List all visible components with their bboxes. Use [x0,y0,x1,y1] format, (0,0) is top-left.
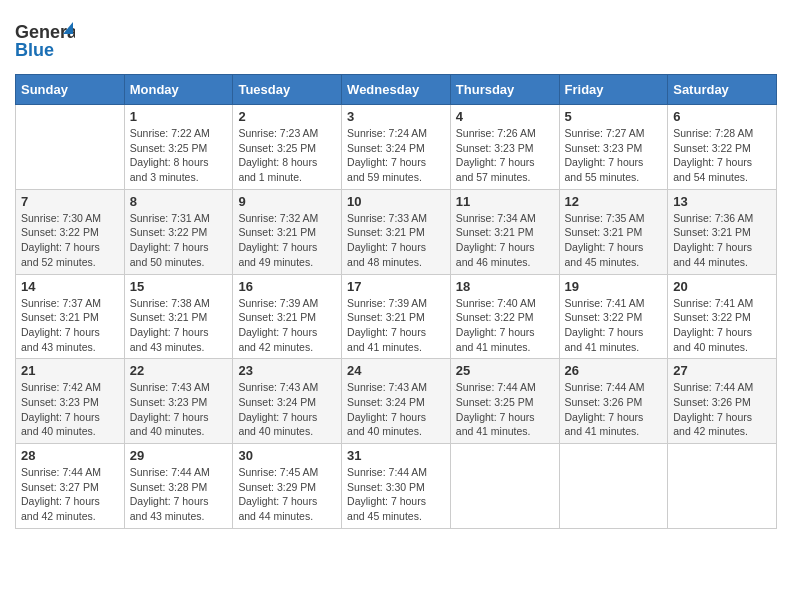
day-number: 18 [456,279,554,294]
calendar-cell: 13Sunrise: 7:36 AM Sunset: 3:21 PM Dayli… [668,189,777,274]
day-info: Sunrise: 7:22 AM Sunset: 3:25 PM Dayligh… [130,126,228,185]
day-info: Sunrise: 7:26 AM Sunset: 3:23 PM Dayligh… [456,126,554,185]
day-number: 10 [347,194,445,209]
logo-svg: General Blue [15,18,75,62]
day-number: 24 [347,363,445,378]
header-friday: Friday [559,75,668,105]
day-number: 12 [565,194,663,209]
calendar-cell: 16Sunrise: 7:39 AM Sunset: 3:21 PM Dayli… [233,274,342,359]
day-number: 5 [565,109,663,124]
calendar-cell: 12Sunrise: 7:35 AM Sunset: 3:21 PM Dayli… [559,189,668,274]
day-info: Sunrise: 7:28 AM Sunset: 3:22 PM Dayligh… [673,126,771,185]
day-info: Sunrise: 7:45 AM Sunset: 3:29 PM Dayligh… [238,465,336,524]
calendar-cell: 1Sunrise: 7:22 AM Sunset: 3:25 PM Daylig… [124,105,233,190]
day-info: Sunrise: 7:39 AM Sunset: 3:21 PM Dayligh… [238,296,336,355]
calendar-cell: 26Sunrise: 7:44 AM Sunset: 3:26 PM Dayli… [559,359,668,444]
calendar-cell: 8Sunrise: 7:31 AM Sunset: 3:22 PM Daylig… [124,189,233,274]
calendar-cell [16,105,125,190]
day-info: Sunrise: 7:44 AM Sunset: 3:27 PM Dayligh… [21,465,119,524]
calendar-cell: 10Sunrise: 7:33 AM Sunset: 3:21 PM Dayli… [342,189,451,274]
day-number: 20 [673,279,771,294]
day-number: 9 [238,194,336,209]
calendar-cell: 5Sunrise: 7:27 AM Sunset: 3:23 PM Daylig… [559,105,668,190]
day-number: 6 [673,109,771,124]
day-number: 27 [673,363,771,378]
calendar-cell: 21Sunrise: 7:42 AM Sunset: 3:23 PM Dayli… [16,359,125,444]
calendar-cell: 17Sunrise: 7:39 AM Sunset: 3:21 PM Dayli… [342,274,451,359]
calendar-cell: 23Sunrise: 7:43 AM Sunset: 3:24 PM Dayli… [233,359,342,444]
day-info: Sunrise: 7:33 AM Sunset: 3:21 PM Dayligh… [347,211,445,270]
calendar-cell: 6Sunrise: 7:28 AM Sunset: 3:22 PM Daylig… [668,105,777,190]
calendar-cell: 4Sunrise: 7:26 AM Sunset: 3:23 PM Daylig… [450,105,559,190]
calendar-cell: 2Sunrise: 7:23 AM Sunset: 3:25 PM Daylig… [233,105,342,190]
calendar-cell: 25Sunrise: 7:44 AM Sunset: 3:25 PM Dayli… [450,359,559,444]
calendar-cell: 9Sunrise: 7:32 AM Sunset: 3:21 PM Daylig… [233,189,342,274]
calendar-cell [559,444,668,529]
day-number: 13 [673,194,771,209]
calendar-week-row: 28Sunrise: 7:44 AM Sunset: 3:27 PM Dayli… [16,444,777,529]
calendar-cell: 20Sunrise: 7:41 AM Sunset: 3:22 PM Dayli… [668,274,777,359]
calendar-week-row: 21Sunrise: 7:42 AM Sunset: 3:23 PM Dayli… [16,359,777,444]
calendar-week-row: 14Sunrise: 7:37 AM Sunset: 3:21 PM Dayli… [16,274,777,359]
day-number: 8 [130,194,228,209]
day-info: Sunrise: 7:43 AM Sunset: 3:24 PM Dayligh… [238,380,336,439]
day-info: Sunrise: 7:44 AM Sunset: 3:28 PM Dayligh… [130,465,228,524]
day-info: Sunrise: 7:24 AM Sunset: 3:24 PM Dayligh… [347,126,445,185]
day-number: 30 [238,448,336,463]
calendar-week-row: 7Sunrise: 7:30 AM Sunset: 3:22 PM Daylig… [16,189,777,274]
logo: General Blue [15,18,75,66]
day-info: Sunrise: 7:44 AM Sunset: 3:25 PM Dayligh… [456,380,554,439]
day-info: Sunrise: 7:44 AM Sunset: 3:26 PM Dayligh… [565,380,663,439]
calendar-cell: 14Sunrise: 7:37 AM Sunset: 3:21 PM Dayli… [16,274,125,359]
day-info: Sunrise: 7:35 AM Sunset: 3:21 PM Dayligh… [565,211,663,270]
header-sunday: Sunday [16,75,125,105]
calendar-cell: 7Sunrise: 7:30 AM Sunset: 3:22 PM Daylig… [16,189,125,274]
day-number: 3 [347,109,445,124]
day-number: 7 [21,194,119,209]
header-saturday: Saturday [668,75,777,105]
day-info: Sunrise: 7:42 AM Sunset: 3:23 PM Dayligh… [21,380,119,439]
calendar-cell: 22Sunrise: 7:43 AM Sunset: 3:23 PM Dayli… [124,359,233,444]
header-wednesday: Wednesday [342,75,451,105]
day-info: Sunrise: 7:23 AM Sunset: 3:25 PM Dayligh… [238,126,336,185]
day-info: Sunrise: 7:39 AM Sunset: 3:21 PM Dayligh… [347,296,445,355]
calendar-cell: 27Sunrise: 7:44 AM Sunset: 3:26 PM Dayli… [668,359,777,444]
header-thursday: Thursday [450,75,559,105]
day-number: 15 [130,279,228,294]
calendar-cell: 19Sunrise: 7:41 AM Sunset: 3:22 PM Dayli… [559,274,668,359]
page-header: General Blue [15,10,777,66]
calendar-cell: 31Sunrise: 7:44 AM Sunset: 3:30 PM Dayli… [342,444,451,529]
day-info: Sunrise: 7:41 AM Sunset: 3:22 PM Dayligh… [565,296,663,355]
day-number: 29 [130,448,228,463]
calendar-cell: 11Sunrise: 7:34 AM Sunset: 3:21 PM Dayli… [450,189,559,274]
calendar-cell [668,444,777,529]
day-number: 26 [565,363,663,378]
calendar-cell: 15Sunrise: 7:38 AM Sunset: 3:21 PM Dayli… [124,274,233,359]
day-info: Sunrise: 7:37 AM Sunset: 3:21 PM Dayligh… [21,296,119,355]
day-info: Sunrise: 7:31 AM Sunset: 3:22 PM Dayligh… [130,211,228,270]
day-number: 19 [565,279,663,294]
day-info: Sunrise: 7:43 AM Sunset: 3:24 PM Dayligh… [347,380,445,439]
day-info: Sunrise: 7:40 AM Sunset: 3:22 PM Dayligh… [456,296,554,355]
calendar-cell [450,444,559,529]
calendar-cell: 18Sunrise: 7:40 AM Sunset: 3:22 PM Dayli… [450,274,559,359]
day-number: 16 [238,279,336,294]
day-number: 25 [456,363,554,378]
day-number: 31 [347,448,445,463]
day-info: Sunrise: 7:32 AM Sunset: 3:21 PM Dayligh… [238,211,336,270]
day-number: 11 [456,194,554,209]
day-info: Sunrise: 7:44 AM Sunset: 3:26 PM Dayligh… [673,380,771,439]
calendar-cell: 30Sunrise: 7:45 AM Sunset: 3:29 PM Dayli… [233,444,342,529]
day-info: Sunrise: 7:41 AM Sunset: 3:22 PM Dayligh… [673,296,771,355]
day-info: Sunrise: 7:43 AM Sunset: 3:23 PM Dayligh… [130,380,228,439]
calendar-header-row: SundayMondayTuesdayWednesdayThursdayFrid… [16,75,777,105]
calendar-cell: 29Sunrise: 7:44 AM Sunset: 3:28 PM Dayli… [124,444,233,529]
day-info: Sunrise: 7:30 AM Sunset: 3:22 PM Dayligh… [21,211,119,270]
calendar-week-row: 1Sunrise: 7:22 AM Sunset: 3:25 PM Daylig… [16,105,777,190]
calendar-cell: 28Sunrise: 7:44 AM Sunset: 3:27 PM Dayli… [16,444,125,529]
day-number: 14 [21,279,119,294]
day-number: 28 [21,448,119,463]
calendar-cell: 3Sunrise: 7:24 AM Sunset: 3:24 PM Daylig… [342,105,451,190]
day-info: Sunrise: 7:36 AM Sunset: 3:21 PM Dayligh… [673,211,771,270]
header-tuesday: Tuesday [233,75,342,105]
